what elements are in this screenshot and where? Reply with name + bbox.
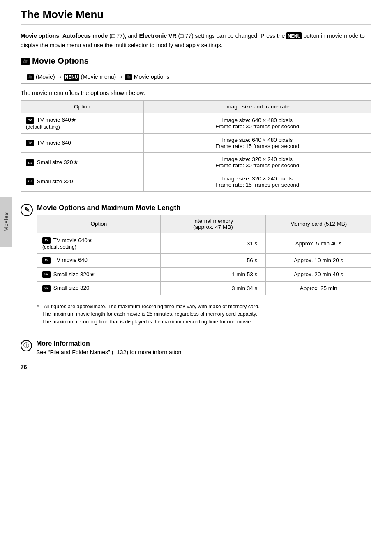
table2-card-0: Approx. 5 min 40 s bbox=[266, 233, 371, 253]
table2-option-1: TV TV movie 640 bbox=[37, 254, 161, 267]
table2-option-0: TV TV movie 640★(default setting) bbox=[37, 233, 161, 253]
table2-internal-2: 1 min 53 s bbox=[160, 267, 266, 281]
more-info-icon: ⓘ bbox=[21, 340, 32, 351]
intro-evr-label: Electronic VR bbox=[139, 32, 177, 39]
more-info-heading: More Information bbox=[36, 340, 183, 347]
sidebar-tab: Movies bbox=[0, 197, 12, 247]
movie-options-heading-text: Movie Options bbox=[32, 56, 89, 66]
menu-icon-label: MENU bbox=[286, 32, 302, 39]
table1-value-0: Image size: 640 × 480 pixelsFrame rate: … bbox=[143, 113, 371, 133]
table2-internal-3: 3 min 34 s bbox=[160, 282, 266, 295]
note-icon: ✎ bbox=[21, 204, 33, 216]
table1-value-2: Image size: 320 × 240 pixelsFrame rate: … bbox=[143, 152, 371, 172]
more-info-text: See “File and Folder Names” ( 132) for m… bbox=[36, 349, 183, 355]
table2-internal-1: 56 s bbox=[160, 254, 266, 267]
option-icon-3: 320 bbox=[26, 178, 34, 185]
nav-menu-icon: MENU bbox=[64, 74, 79, 81]
page-title-section: The Movie Menu bbox=[21, 8, 371, 25]
table1-option-3: 320 Small size 320 bbox=[21, 172, 144, 191]
movie-options-heading: 🎥 Movie Options bbox=[21, 56, 371, 66]
table2-card-2: Approx. 20 min 40 s bbox=[266, 267, 371, 281]
table-row: TV TV movie 640 Image size: 640 × 480 pi… bbox=[21, 133, 371, 152]
movie-options-table: Option Image size and frame rate TV TV m… bbox=[21, 100, 371, 191]
table1-col2-header: Image size and frame rate bbox=[143, 101, 371, 113]
option2-icon-1: TV bbox=[42, 257, 51, 264]
movie-icon-heading: 🎥 bbox=[21, 58, 30, 65]
table1-value-1: Image size: 640 × 480 pixelsFrame rate: … bbox=[143, 133, 371, 152]
table2-option-2: 320 Small size 320★ bbox=[37, 267, 161, 281]
option2-icon-0: TV bbox=[42, 237, 51, 244]
option2-icon-2: 320 bbox=[42, 271, 51, 278]
note-section: ✎ Movie Options and Maximum Movie Length… bbox=[21, 204, 371, 332]
table-row: 320 Small size 320 Image size: 320 × 240… bbox=[21, 172, 371, 191]
option-icon-0: TV bbox=[26, 117, 34, 124]
footnote-text: * All figures are approximate. The maxim… bbox=[37, 304, 260, 325]
more-info-content: More Information See “File and Folder Na… bbox=[36, 340, 183, 355]
table1-option-1: TV TV movie 640 bbox=[21, 133, 144, 152]
note-content: Movie Options and Maximum Movie Length O… bbox=[37, 204, 371, 332]
table-row: TV TV movie 640★(default setting) Image … bbox=[21, 113, 371, 133]
option-icon-2: 320 bbox=[26, 159, 34, 166]
movie-options-section: 🎥 Movie Options 🎥 (Movie) → MENU (Movie … bbox=[21, 56, 371, 192]
note-heading: Movie Options and Maximum Movie Length bbox=[37, 204, 371, 212]
table1-col1-header: Option bbox=[21, 101, 144, 113]
table2-card-1: Approx. 10 min 20 s bbox=[266, 254, 371, 267]
nav-box-movie-icon: 🎥 bbox=[27, 74, 34, 80]
more-info-section: ⓘ More Information See “File and Folder … bbox=[21, 340, 371, 355]
table1-option-0: TV TV movie 640★(default setting) bbox=[21, 113, 144, 133]
table2-internal-0: 31 s bbox=[160, 233, 266, 253]
table2-col3-header: Memory card (512 MB) bbox=[266, 215, 371, 233]
page-number: 76 bbox=[21, 364, 371, 370]
intro-autofocus-label: Autofocus mode bbox=[62, 32, 108, 39]
table-row: 320 Small size 320★ Image size: 320 × 24… bbox=[21, 152, 371, 172]
table1-option-2: 320 Small size 320★ bbox=[21, 152, 144, 172]
intro-paragraph: Movie options, Autofocus mode (□ 77), an… bbox=[21, 31, 371, 50]
footnote: * All figures are approximate. The maxim… bbox=[37, 303, 371, 326]
table-row: 320 Small size 320 3 min 34 s Approx. 25… bbox=[37, 282, 371, 295]
table2-card-3: Approx. 25 min bbox=[266, 282, 371, 295]
option-icon-1: TV bbox=[26, 140, 34, 146]
table2-col1-header: Option bbox=[37, 215, 161, 233]
sub-text: The movie menu offers the options shown … bbox=[21, 90, 371, 96]
intro-movie-options-label: Movie options bbox=[21, 32, 59, 39]
sidebar-label: Movies bbox=[3, 212, 9, 231]
table-row: TV TV movie 640★(default setting) 31 s A… bbox=[37, 233, 371, 253]
nav-movie-options-icon: 🎥 bbox=[125, 74, 132, 80]
note-table: Option Internal memory(approx. 47 MB) Me… bbox=[37, 215, 371, 295]
page-title: The Movie Menu bbox=[21, 8, 371, 21]
table2-option-3: 320 Small size 320 bbox=[37, 282, 161, 295]
option2-icon-3: 320 bbox=[42, 285, 51, 292]
table-row: 320 Small size 320★ 1 min 53 s Approx. 2… bbox=[37, 267, 371, 281]
table2-col2-header: Internal memory(approx. 47 MB) bbox=[160, 215, 266, 233]
table1-value-3: Image size: 320 × 240 pixelsFrame rate: … bbox=[143, 172, 371, 191]
nav-box: 🎥 (Movie) → MENU (Movie menu) → 🎥 Movie … bbox=[21, 70, 371, 84]
table-row: TV TV movie 640 56 s Approx. 10 min 20 s bbox=[37, 254, 371, 267]
